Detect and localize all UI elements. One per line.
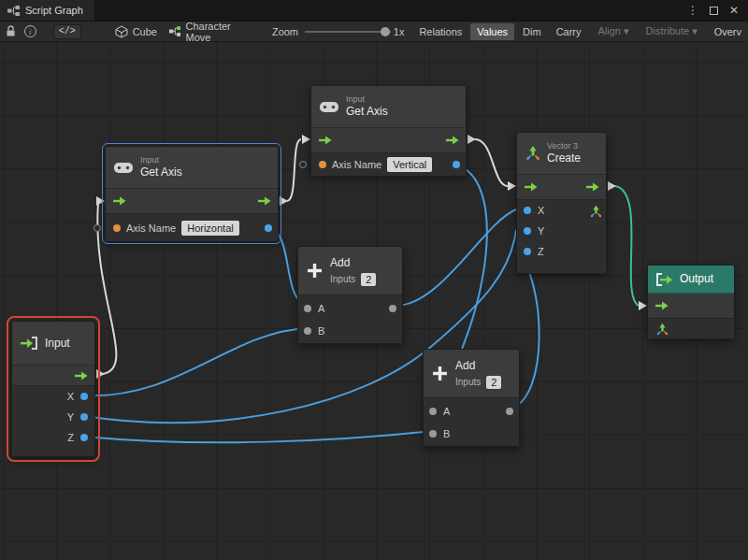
sum-output-port[interactable] <box>506 408 513 415</box>
close-icon[interactable]: ✕ <box>729 4 739 17</box>
ports-section <box>648 318 734 338</box>
input-port-a[interactable] <box>429 408 437 415</box>
node-add-bottom[interactable]: Add Inputs 2 A B <box>423 349 520 447</box>
flow-out-arrow-icon[interactable] <box>74 371 88 381</box>
tab-title: Script Graph <box>25 5 83 16</box>
align-label: Align <box>598 25 621 36</box>
node-vector3-create[interactable]: Vector 3 Create X Y Z <box>516 132 607 274</box>
port-row-x: X <box>12 386 94 407</box>
zoom-slider-track[interactable] <box>305 31 391 33</box>
flow-in-arrow-icon[interactable] <box>524 182 538 192</box>
node-title: Get Axis <box>140 165 182 179</box>
axis-name-row: Axis Name Vertical <box>311 153 466 176</box>
zoom-slider-handle[interactable] <box>381 27 390 36</box>
breadcrumb-graph[interactable]: Character Move <box>169 21 256 42</box>
port-row-a: A <box>298 297 402 320</box>
node-graph-input[interactable]: Input X Y Z <box>11 321 95 457</box>
zoom-slider[interactable] <box>305 25 391 38</box>
ports-section: Axis Name Vertical <box>311 152 466 176</box>
unconnected-input-port[interactable] <box>94 224 101 232</box>
axis-name-label: Axis Name <box>332 159 381 170</box>
node-header-text: Add Inputs 2 <box>330 256 376 286</box>
port-b-label: B <box>318 325 324 337</box>
flow-out-arrow-icon[interactable] <box>585 182 599 192</box>
port-row-z: Z <box>12 427 94 448</box>
node-header-text: Input Get Axis <box>346 94 388 119</box>
maximize-icon[interactable] <box>710 7 718 15</box>
ports-section: X Y Z <box>517 199 606 273</box>
values-button[interactable]: Values <box>470 23 514 40</box>
flow-in-arrow-icon[interactable] <box>318 136 332 145</box>
flow-row <box>106 188 278 213</box>
input-port-b[interactable] <box>304 327 311 335</box>
ports-section: Axis Name Horizontal <box>106 213 278 241</box>
zoom-label: Zoom <box>272 26 298 37</box>
flow-in-arrow-icon[interactable] <box>112 196 126 206</box>
node-header: Add Inputs 2 <box>298 247 402 294</box>
input-port-b[interactable] <box>429 430 437 438</box>
vector3-input-port-icon[interactable] <box>655 323 669 337</box>
vector3-output-port-icon[interactable] <box>589 205 603 219</box>
input-port-x[interactable] <box>524 207 531 214</box>
chevron-down-icon: ▾ <box>692 25 698 36</box>
node-get-axis-vertical[interactable]: Input Get Axis Axis Name Vertical <box>310 85 467 176</box>
axis-name-field[interactable]: Horizontal <box>181 221 239 236</box>
input-port-a[interactable] <box>304 305 311 312</box>
node-header: Input Get Axis <box>106 147 278 188</box>
carry-button[interactable]: Carry <box>550 23 588 40</box>
ports-section: X Y Z <box>12 385 94 456</box>
tab-script-graph[interactable]: Script Graph <box>0 0 94 21</box>
port-x-label: X <box>538 205 544 216</box>
string-port-icon[interactable] <box>113 224 121 232</box>
flow-row <box>311 127 466 152</box>
node-graph-output[interactable]: Output <box>647 265 735 339</box>
plus-icon <box>432 366 448 381</box>
flow-out-arrow-icon[interactable] <box>257 196 271 206</box>
edit-code-icon[interactable]: </> <box>53 24 81 39</box>
port-row-y: Y <box>12 407 94 427</box>
unconnected-input-port[interactable] <box>299 161 307 168</box>
node-header: Vector 3 Create <box>517 133 606 174</box>
flow-row <box>517 174 606 199</box>
breadcrumb-object[interactable]: Cube <box>115 25 157 38</box>
node-title: Add <box>330 256 376 270</box>
axis-name-field[interactable]: Vertical <box>387 157 432 172</box>
node-header: Input Get Axis <box>311 86 466 127</box>
float-output-port[interactable] <box>265 224 272 232</box>
output-port-x[interactable] <box>80 393 88 400</box>
dim-button[interactable]: Dim <box>516 23 548 40</box>
gamepad-icon <box>319 100 339 114</box>
graph-toolbar: i </> Cube Character Move Zoom 1x Relati… <box>0 21 748 42</box>
output-port-z[interactable] <box>80 434 88 441</box>
node-add-top[interactable]: Add Inputs 2 A B <box>297 246 403 344</box>
flow-out-arrow-icon[interactable] <box>445 136 459 145</box>
inputs-count-field[interactable]: 2 <box>361 273 376 286</box>
input-port-y[interactable] <box>524 227 531 235</box>
align-dropdown[interactable]: Align ▾ <box>592 22 636 40</box>
output-port-y[interactable] <box>80 413 88 421</box>
window-titlebar: Script Graph ⋮ ✕ <box>0 0 748 21</box>
gamepad-icon <box>113 161 134 175</box>
distribute-dropdown[interactable]: Distribute ▾ <box>640 22 704 40</box>
port-z-label: Z <box>67 432 74 443</box>
panel-menu-icon[interactable]: ⋮ <box>687 4 698 17</box>
flow-in-arrow-icon[interactable] <box>654 301 669 310</box>
inputs-label: Inputs <box>330 274 355 284</box>
node-get-axis-horizontal[interactable]: Input Get Axis Axis Name Horizontal <box>105 146 279 241</box>
port-row-a: A <box>424 400 519 423</box>
info-icon[interactable]: i <box>24 25 36 37</box>
lock-icon[interactable] <box>6 25 16 37</box>
node-header-text: Input Get Axis <box>140 155 182 179</box>
ports-section: A B <box>298 294 402 343</box>
relations-button[interactable]: Relations <box>412 23 468 40</box>
float-output-port[interactable] <box>453 161 460 168</box>
input-port-z[interactable] <box>524 248 531 255</box>
sum-output-port[interactable] <box>389 305 396 312</box>
string-port-icon[interactable] <box>319 161 326 168</box>
overview-button[interactable]: Overv <box>708 23 748 40</box>
graph-asset-icon <box>169 26 181 36</box>
chevron-down-icon: ▾ <box>624 25 629 36</box>
inputs-count-field[interactable]: 2 <box>486 376 501 389</box>
zoom-value: 1x <box>394 26 405 37</box>
node-header: Input <box>12 322 94 365</box>
